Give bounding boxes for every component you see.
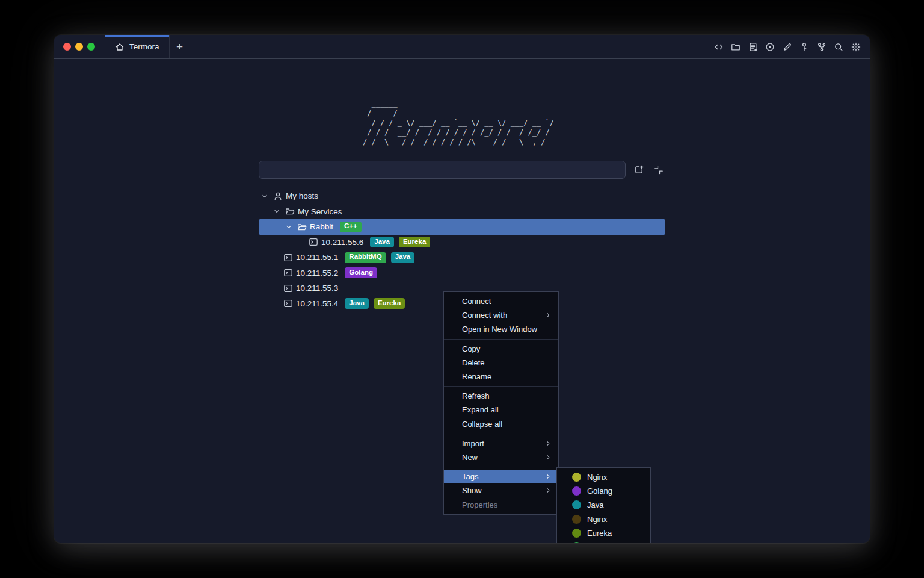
menu-item-refresh[interactable]: Refresh bbox=[444, 389, 558, 403]
menu-item-label: Show bbox=[462, 486, 544, 495]
chevron-down-icon[interactable] bbox=[260, 191, 270, 201]
menu-item-connect-with[interactable]: Connect with bbox=[444, 308, 558, 322]
tag-color-dot bbox=[572, 542, 581, 543]
chevron-right-icon bbox=[544, 453, 552, 461]
tag-option-label: Nginx bbox=[587, 515, 607, 524]
tag-badge: Java bbox=[370, 237, 394, 247]
edit-icon[interactable] bbox=[782, 42, 792, 52]
folder-icon[interactable] bbox=[731, 42, 741, 52]
record-icon[interactable] bbox=[765, 42, 775, 52]
menu-item-connect[interactable]: Connect bbox=[444, 294, 558, 308]
tree-item-label: 10.211.55.2 bbox=[296, 269, 338, 278]
menu-item-label: New bbox=[462, 453, 544, 462]
tag-option-nginx[interactable]: Nginx bbox=[557, 470, 650, 484]
branch-icon[interactable] bbox=[816, 42, 827, 52]
new-tab-button[interactable]: + bbox=[170, 35, 190, 58]
chevron-down-icon[interactable] bbox=[272, 207, 282, 217]
file-log-icon[interactable] bbox=[748, 42, 758, 52]
search-icon[interactable] bbox=[834, 42, 844, 52]
menu-item-properties: Properties bbox=[444, 497, 558, 511]
chevron-right-icon bbox=[544, 473, 552, 481]
menu-item-label: Import bbox=[462, 439, 544, 448]
chevron-right-icon bbox=[544, 439, 552, 447]
tag-color-dot bbox=[572, 500, 581, 509]
tag-badge: Eureka bbox=[399, 237, 430, 247]
menu-item-label: Copy bbox=[462, 344, 552, 353]
folder-open-icon bbox=[297, 222, 307, 232]
minimize-button[interactable] bbox=[75, 43, 83, 51]
menu-item-label: Tags bbox=[462, 472, 544, 481]
menu-item-label: Properties bbox=[462, 500, 552, 509]
tree-row-10-211-55-6[interactable]: 10.211.55.6JavaEureka bbox=[259, 235, 665, 250]
tag-badge: Eureka bbox=[374, 298, 405, 309]
tree-item-label: 10.211.55.1 bbox=[296, 253, 338, 262]
menu-item-show[interactable]: Show bbox=[444, 483, 558, 497]
menu-item-delete[interactable]: Delete bbox=[444, 356, 558, 370]
tree-row-10-211-55-2[interactable]: 10.211.55.2Golang bbox=[259, 266, 665, 281]
tree-item-label: My Services bbox=[298, 207, 342, 216]
menu-separator bbox=[444, 339, 558, 340]
tag-option-label: Eureka bbox=[587, 529, 612, 538]
code-icon[interactable] bbox=[713, 42, 724, 52]
tag-option-java[interactable]: Java bbox=[557, 498, 650, 512]
tree-row-rabbit[interactable]: RabbitC++ bbox=[259, 219, 665, 235]
tree-item-label: My hosts bbox=[286, 191, 318, 200]
ascii-logo: ______ /_ __/__ _________ ___ ____ _____… bbox=[363, 99, 561, 147]
terminal-icon bbox=[283, 252, 293, 263]
menu-item-label: Refresh bbox=[462, 391, 552, 400]
menu-item-label: Rename bbox=[462, 372, 552, 381]
tree-row-my-services[interactable]: My Services bbox=[259, 204, 665, 220]
chevron-right-icon bbox=[544, 311, 552, 320]
context-menu: ConnectConnect withOpen in New WindowCop… bbox=[443, 291, 559, 515]
menu-item-label: Delete bbox=[462, 358, 552, 367]
tag-color-dot bbox=[572, 529, 581, 538]
tab-label: Termora bbox=[129, 42, 159, 51]
settings-icon[interactable] bbox=[851, 42, 861, 52]
menu-item-label: Collapse all bbox=[462, 420, 552, 429]
key-icon[interactable] bbox=[799, 42, 810, 52]
menu-item-tags[interactable]: Tags bbox=[444, 470, 558, 483]
titlebar-toolbar bbox=[713, 35, 870, 58]
search-input[interactable] bbox=[259, 161, 626, 179]
app-window: Termora + ______ /_ __/__ _________ ___ … bbox=[54, 35, 870, 543]
user-icon bbox=[273, 191, 283, 201]
tag-option-label: Java bbox=[587, 500, 603, 509]
menu-item-label: Connect with bbox=[462, 311, 544, 320]
tags-submenu: NginxGolangJavaNginxEurekaRabbitMQ✓C++Ma… bbox=[556, 467, 651, 543]
menu-item-label: Connect bbox=[462, 297, 552, 306]
menu-item-copy[interactable]: Copy bbox=[444, 342, 558, 356]
tag-option-eureka[interactable]: Eureka bbox=[557, 526, 650, 540]
chevron-down-icon[interactable] bbox=[284, 222, 294, 232]
menu-item-label: Expand all bbox=[462, 405, 552, 414]
menu-item-import[interactable]: Import bbox=[444, 437, 558, 450]
menu-separator bbox=[444, 467, 558, 467]
tree-row-my-hosts[interactable]: My hosts bbox=[259, 188, 665, 204]
tag-option-label: Nginx bbox=[587, 473, 607, 482]
close-button[interactable] bbox=[63, 43, 71, 51]
tag-color-dot bbox=[572, 486, 581, 496]
terminal-icon bbox=[308, 237, 318, 247]
terminal-icon bbox=[283, 268, 293, 278]
menu-item-rename[interactable]: Rename bbox=[444, 370, 558, 384]
tree-row-10-211-55-1[interactable]: 10.211.55.1RabbitMQJava bbox=[259, 250, 665, 266]
tag-badge: RabbitMQ bbox=[345, 252, 386, 263]
menu-item-open-in-new-window[interactable]: Open in New Window bbox=[444, 322, 558, 336]
menu-item-expand-all[interactable]: Expand all bbox=[444, 403, 558, 417]
tree-item-label: 10.211.55.4 bbox=[296, 299, 338, 308]
tag-badge: Java bbox=[391, 252, 415, 263]
tag-option-rabbitmq[interactable]: RabbitMQ bbox=[557, 540, 650, 543]
collapse-icon[interactable] bbox=[652, 163, 665, 176]
menu-item-label: Open in New Window bbox=[462, 325, 552, 334]
tab-termora[interactable]: Termora bbox=[105, 35, 170, 58]
tag-option-label: RabbitMQ bbox=[587, 542, 623, 543]
add-host-icon[interactable] bbox=[632, 163, 645, 176]
tag-option-golang[interactable]: Golang bbox=[557, 484, 650, 498]
tag-option-nginx[interactable]: Nginx bbox=[557, 512, 650, 526]
chevron-right-icon bbox=[544, 486, 552, 495]
tree-item-label: Rabbit bbox=[310, 222, 333, 231]
zoom-button[interactable] bbox=[87, 43, 95, 51]
terminal-icon bbox=[283, 283, 293, 293]
menu-item-new[interactable]: New bbox=[444, 450, 558, 464]
menu-item-collapse-all[interactable]: Collapse all bbox=[444, 417, 558, 431]
tabbar-spacer bbox=[190, 35, 713, 58]
